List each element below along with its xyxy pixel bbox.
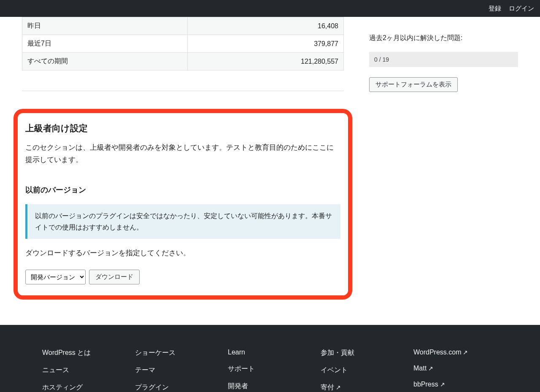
footer-link[interactable]: Matt xyxy=(413,365,498,372)
page-body: 昨日 16,408 最近7日 379,877 すべての期間 121,280,55… xyxy=(0,17,540,325)
footer-columns: WordPress とは ニュース ホスティング ショーケース テーマ プラグイ… xyxy=(42,349,498,392)
footer-col-4: 参加・貢献 イベント 寄付 xyxy=(321,349,405,392)
main-column: 昨日 16,408 最近7日 379,877 すべての期間 121,280,55… xyxy=(22,17,344,300)
download-row: 開発バージョン ダウンロード xyxy=(25,270,340,284)
footer-link[interactable]: ホスティング xyxy=(42,383,127,392)
stat-value: 121,280,557 xyxy=(188,53,344,70)
topbar: 登録 ログイン xyxy=(0,0,540,17)
footer-col-3: Learn サポート 開発者 xyxy=(228,349,312,392)
stat-label: 最近7日 xyxy=(22,35,188,53)
footer-link[interactable]: テーマ xyxy=(135,366,219,375)
table-row: 昨日 16,408 xyxy=(22,17,344,35)
previous-versions-heading: 以前のバージョン xyxy=(25,185,340,195)
version-pick-text: ダウンロードするバージョンを指定してください。 xyxy=(25,248,340,258)
footer-link[interactable]: WordPress.com xyxy=(413,349,498,356)
stat-label: 昨日 xyxy=(22,17,188,35)
download-button[interactable]: ダウンロード xyxy=(89,270,140,284)
stat-value: 16,408 xyxy=(188,17,344,35)
sidebar: 過去2ヶ月以内に解決した問題: 0 / 19 サポートフォーラムを表示 xyxy=(369,17,518,300)
footer-link[interactable]: 開発者 xyxy=(228,382,312,391)
footer-link[interactable]: サポート xyxy=(228,365,312,373)
table-row: 最近7日 379,877 xyxy=(22,35,344,53)
footer-link[interactable]: bbPress xyxy=(413,381,498,388)
footer-link[interactable]: 寄付 xyxy=(321,383,405,392)
advanced-heading: 上級者向け設定 xyxy=(25,122,340,134)
table-row: すべての期間 121,280,557 xyxy=(22,53,344,70)
footer-link[interactable]: ニュース xyxy=(42,366,127,375)
register-link[interactable]: 登録 xyxy=(489,5,501,13)
download-stats-table: 昨日 16,408 最近7日 379,877 すべての期間 121,280,55… xyxy=(22,17,344,70)
view-support-forum-button[interactable]: サポートフォーラムを表示 xyxy=(369,77,458,92)
version-select[interactable]: 開発バージョン xyxy=(25,270,86,284)
footer-col-2: ショーケース テーマ プラグイン xyxy=(135,349,219,392)
footer-link[interactable]: WordPress とは xyxy=(42,349,127,357)
footer-col-1: WordPress とは ニュース ホスティング xyxy=(42,349,127,392)
footer-link[interactable]: ショーケース xyxy=(135,349,219,357)
advanced-lead-text: このセクションは、上級者や開発者のみを対象としています。テストと教育目的のために… xyxy=(25,142,340,166)
support-resolved-label: 過去2ヶ月以内に解決した問題: xyxy=(369,34,518,43)
footer-link[interactable]: Learn xyxy=(228,349,312,356)
warning-notice: 以前のバージョンのプラグインは安全ではなかったり、安定していない可能性があります… xyxy=(25,204,340,239)
login-link[interactable]: ログイン xyxy=(509,5,534,13)
advanced-settings-box: 上級者向け設定 このセクションは、上級者や開発者のみを対象としています。テストと… xyxy=(14,109,352,300)
footer-link[interactable]: 参加・貢献 xyxy=(321,349,405,357)
stat-label: すべての期間 xyxy=(22,53,188,70)
footer-link[interactable]: イベント xyxy=(321,366,405,375)
stat-value: 379,877 xyxy=(188,35,344,53)
support-resolved-count: 0 / 19 xyxy=(369,52,518,67)
footer-col-5: WordPress.com Matt bbPress xyxy=(413,349,498,392)
section-divider xyxy=(22,91,344,91)
site-footer: WordPress とは ニュース ホスティング ショーケース テーマ プラグイ… xyxy=(0,325,540,392)
footer-link[interactable]: プラグイン xyxy=(135,383,219,392)
